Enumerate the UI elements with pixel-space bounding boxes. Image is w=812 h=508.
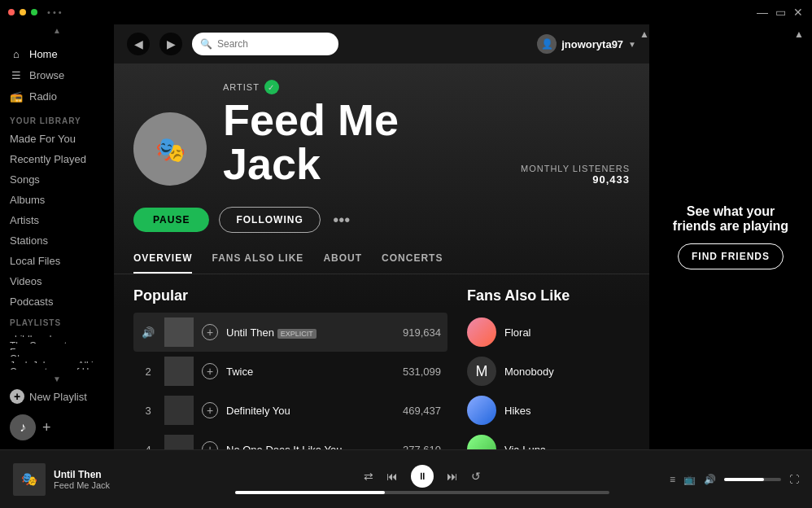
volume-button[interactable]: 🔊 [704,474,716,485]
playlist-item-for-you[interactable]: For you [0,344,114,350]
current-song-icon[interactable]: ♪ [10,414,36,440]
track-name-4: No One Does It Like You [226,444,395,450]
sidebar-label-podcasts: Podcasts [10,296,53,308]
back-button[interactable]: ◀ [127,33,150,55]
playlist-item-jack-johnson[interactable]: Jack Johnson - All i... [0,357,114,363]
progress-bar[interactable] [235,491,609,494]
track-add-button-4[interactable]: + [202,441,218,449]
minimize-dot[interactable] [20,9,26,15]
fan-name-1: Floral [504,326,531,339]
monthly-listeners-label: Monthly Listeners [521,164,630,173]
player-bar: 🎭 Until Then Feed Me Jack ⇄ ⏮ ⏸ ⏭ ↺ ≡ 📺 … [0,449,812,508]
fans-section: Fans Also Like Floral M Monobody Hikes [467,287,630,449]
sidebar-nav: ⌂ Home ☰ Browse 📻 Radio [0,37,114,110]
search-box[interactable]: 🔍 [192,33,338,55]
track-name-3: Definitely You [226,405,395,417]
devices-button[interactable]: 📺 [683,474,696,485]
tab-fans-also-like[interactable]: Fans Also Like [212,244,303,274]
minimize-button[interactable]: — [757,7,768,18]
artist-header: ▲ 🎭 Artist ✓ Feed Me Jack Monthly Listen… [114,64,649,199]
sidebar-item-podcasts[interactable]: Podcasts [0,291,114,312]
tab-overview[interactable]: Overview [133,244,192,274]
search-input[interactable] [217,38,330,50]
sidebar-item-browse[interactable]: ☰ Browse [0,64,114,85]
track-row-1[interactable]: 🔊 + Until Then Explicit 919,634 [133,313,447,352]
track-add-button-1[interactable]: + [202,324,218,340]
track-thumb-2 [164,357,194,386]
sidebar-item-videos[interactable]: Videos [0,271,114,291]
fan-item-3[interactable]: Hikes [467,391,630,430]
sidebar-item-radio[interactable]: 📻 Radio [0,85,114,107]
fan-item-2[interactable]: M Monobody [467,352,630,391]
player-track-info: Until Then Feed Me Jack [54,469,192,490]
more-dots-icon[interactable]: • • • [47,7,62,17]
playlist-item-cornerstones-o[interactable]: The Cornerstones o... [0,337,114,344]
track-playing-icon: 🔊 [140,326,156,339]
sidebar-scroll-up[interactable]: ▲ [0,24,114,37]
sidebar-label-home: Home [29,48,58,60]
sidebar-label-recently-played: Recently Played [10,153,86,165]
fan-item-4[interactable]: Via Luna [467,430,630,449]
content-area: ◀ ▶ 🔍 👤 jnoworyta97 ▼ ▲ 🎭 [114,24,649,449]
tab-concerts[interactable]: Concerts [382,244,443,274]
queue-button[interactable]: ≡ [670,474,675,485]
track-plays-3: 469,437 [403,405,441,417]
sidebar-item-artists[interactable]: Artists [0,210,114,230]
user-dropdown-arrow[interactable]: ▼ [628,40,636,49]
track-thumb-3 [164,396,194,425]
close-button[interactable]: ✕ [792,7,804,18]
following-button[interactable]: Following [219,207,320,233]
artist-tabs: Overview Fans Also Like About Concerts [114,244,649,274]
sidebar-item-albums[interactable]: Albums [0,190,114,210]
sidebar-item-stations[interactable]: Stations [0,230,114,251]
track-row-4[interactable]: 4 + No One Does It Like You 277,610 [133,430,447,449]
more-button[interactable]: ••• [330,208,353,231]
close-dot[interactable] [8,9,15,15]
action-bar: Pause Following ••• [114,199,649,244]
new-playlist-button[interactable]: + New Playlist [0,385,114,408]
playlist-item-childhood[interactable]: childhood [0,331,114,337]
sidebar-scroll-down[interactable]: ▼ [0,373,114,385]
shuffle-button[interactable]: ⇄ [364,470,373,483]
artist-page: ▲ 🎭 Artist ✓ Feed Me Jack Monthly Listen… [114,64,649,449]
track-add-button-3[interactable]: + [202,402,218,418]
volume-bar[interactable] [724,478,781,481]
fans-title: Fans Also Like [467,287,630,304]
forward-button[interactable]: ▶ [159,33,182,55]
artist-name: Feed Me Jack [223,98,504,186]
sidebar: ▲ ⌂ Home ☰ Browse 📻 Radio Your Library M… [0,24,114,449]
fan-avatar-2: M [467,357,496,386]
find-friends-button[interactable]: Find Friends [678,243,784,269]
restore-button[interactable]: ▭ [775,7,786,18]
sidebar-label-radio: Radio [29,90,57,103]
monthly-listeners-count: 90,433 [521,173,630,186]
playlist-item-oh[interactable]: Oh [0,350,114,357]
right-panel: ▲ See what your friends are playing Find… [649,24,812,449]
sidebar-item-home[interactable]: ⌂ Home [0,43,114,64]
sidebar-item-recently-played[interactable]: Recently Played [0,149,114,169]
repeat-button[interactable]: ↺ [471,470,481,483]
tab-about[interactable]: About [323,244,362,274]
fullscreen-button[interactable]: ⛶ [789,474,799,485]
sidebar-item-local-files[interactable]: Local Files [0,251,114,271]
right-scroll-up[interactable]: ▲ [794,28,804,40]
prev-button[interactable]: ⏮ [386,470,398,483]
sidebar-label-local-files: Local Files [10,255,60,267]
fan-item-1[interactable]: Floral [467,313,630,352]
player-artist: Feed Me Jack [54,480,192,490]
track-row-2[interactable]: 2 + Twice 531,099 [133,352,447,391]
avatar[interactable]: 👤 [537,34,557,54]
bottom-add-icon[interactable]: + [42,419,51,436]
next-button[interactable]: ⏭ [447,470,458,483]
pause-button[interactable]: Pause [133,208,209,232]
explicit-badge-1: Explicit [277,329,317,339]
artist-content: Popular 🔊 + Until Then Explicit 919,634 [114,274,649,449]
playlist-item-cornerstones-hu[interactable]: Cornerstones of Hu... [0,363,114,370]
sidebar-item-made-for-you[interactable]: Made For You [0,129,114,149]
track-name-2: Twice [226,366,395,378]
track-row-3[interactable]: 3 + Definitely You 469,437 [133,391,447,430]
play-pause-button[interactable]: ⏸ [411,465,434,488]
track-add-button-2[interactable]: + [202,363,218,379]
sidebar-item-songs[interactable]: Songs [0,169,114,190]
maximize-dot[interactable] [31,9,37,15]
